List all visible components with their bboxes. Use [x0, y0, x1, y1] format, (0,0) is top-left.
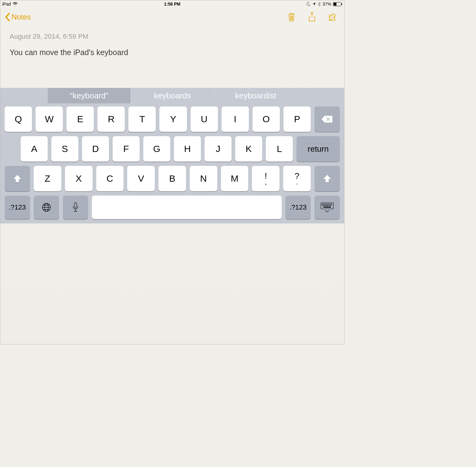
shift-icon — [322, 174, 332, 183]
globe-icon — [41, 202, 51, 212]
key-z[interactable]: Z — [34, 166, 61, 191]
note-content[interactable]: August 29, 2014, 6:59 PM You can move th… — [0, 26, 344, 63]
trash-button[interactable] — [287, 12, 296, 22]
svg-rect-11 — [328, 204, 329, 205]
keyboard: Q W E R T Y U I O P A S D F — [0, 103, 344, 223]
svg-rect-10 — [327, 204, 327, 205]
key-globe[interactable] — [34, 196, 59, 219]
backspace-icon — [321, 115, 333, 123]
key-w[interactable]: W — [36, 106, 63, 132]
key-r[interactable]: R — [97, 106, 125, 132]
battery-percent: 37% — [322, 2, 331, 6]
suggestion-pad-right — [297, 88, 344, 103]
keyboard-row-4: .?123 .?123 — [5, 196, 340, 219]
key-e[interactable]: E — [67, 106, 94, 132]
location-icon — [312, 2, 316, 6]
key-shift-left[interactable] — [5, 166, 30, 191]
status-bar: iPad 1:58 PM 37% — [0, 0, 344, 8]
key-numbers-left[interactable]: .?123 — [5, 196, 30, 219]
shift-icon — [13, 174, 22, 183]
key-a[interactable]: A — [21, 136, 48, 162]
status-left: iPad — [2, 2, 18, 6]
key-c[interactable]: C — [96, 166, 124, 191]
key-d[interactable]: D — [82, 136, 109, 162]
suggestion-2[interactable]: keyboards — [131, 88, 214, 103]
svg-rect-17 — [327, 205, 328, 206]
key-y[interactable]: Y — [159, 106, 187, 132]
svg-rect-1 — [334, 3, 336, 6]
key-i[interactable]: I — [222, 106, 249, 132]
wifi-icon — [13, 2, 18, 6]
keyboard-row-1: Q W E R T Y U I O P — [5, 106, 340, 132]
svg-rect-13 — [331, 204, 332, 205]
key-question-period[interactable]: ?. — [283, 166, 311, 191]
svg-rect-19 — [330, 205, 331, 206]
keyboard-row-3: Z X C V B N M !, ?. — [5, 166, 340, 191]
key-b[interactable]: B — [158, 166, 186, 191]
suggestion-bar: “keyboard” keyboards keyboardist — [0, 88, 344, 103]
key-x[interactable]: X — [65, 166, 93, 191]
microphone-icon — [72, 202, 79, 213]
svg-rect-20 — [323, 207, 331, 208]
suggestion-1[interactable]: “keyboard” — [47, 88, 131, 103]
svg-rect-8 — [323, 204, 324, 205]
keyboard-container: “keyboard” keyboards keyboardist Q W E R… — [0, 88, 344, 223]
key-q[interactable]: Q — [5, 106, 32, 132]
battery-icon — [333, 2, 342, 6]
compose-button[interactable] — [328, 12, 337, 22]
svg-rect-15 — [324, 205, 325, 206]
do-not-disturb-icon — [306, 2, 310, 6]
key-h[interactable]: H — [174, 136, 201, 162]
key-n[interactable]: N — [190, 166, 217, 191]
key-p[interactable]: P — [283, 106, 311, 132]
key-l[interactable]: L — [266, 136, 293, 162]
note-timestamp: August 29, 2014, 6:59 PM — [10, 32, 335, 41]
status-right: 37% — [306, 2, 342, 6]
key-dictation[interactable] — [63, 196, 88, 219]
key-g[interactable]: G — [143, 136, 170, 162]
key-u[interactable]: U — [191, 106, 218, 132]
bluetooth-icon — [318, 2, 321, 6]
key-backspace[interactable] — [314, 106, 340, 132]
suggestion-3[interactable]: keyboardist — [214, 88, 297, 103]
key-k[interactable]: K — [235, 136, 262, 162]
svg-rect-18 — [329, 205, 330, 206]
device-label: iPad — [2, 2, 11, 6]
key-shift-right[interactable] — [314, 166, 340, 191]
key-numbers-right[interactable]: .?123 — [285, 196, 311, 219]
chevron-left-icon — [5, 12, 10, 22]
back-button[interactable]: Notes — [5, 12, 31, 22]
svg-rect-9 — [325, 204, 326, 205]
back-label: Notes — [11, 13, 31, 21]
hide-keyboard-icon — [320, 202, 334, 213]
svg-rect-5 — [74, 203, 77, 208]
svg-rect-12 — [330, 204, 331, 205]
key-j[interactable]: J — [205, 136, 232, 162]
key-hide-keyboard[interactable] — [314, 196, 340, 219]
svg-rect-7 — [322, 204, 323, 205]
key-v[interactable]: V — [127, 166, 155, 191]
key-space[interactable] — [92, 196, 282, 219]
svg-rect-2 — [342, 3, 342, 5]
keyboard-row-2: A S D F G H J K L return — [5, 136, 340, 162]
suggestion-pad-left — [0, 88, 47, 103]
svg-rect-14 — [322, 205, 323, 206]
nav-bar: Notes — [0, 8, 344, 26]
nav-actions — [287, 12, 337, 22]
svg-rect-16 — [326, 205, 327, 206]
note-body-text[interactable]: You can move the iPad's keyboard — [10, 48, 335, 57]
key-f[interactable]: F — [113, 136, 140, 162]
status-time: 1:58 PM — [164, 2, 180, 6]
key-t[interactable]: T — [128, 106, 156, 132]
key-m[interactable]: M — [221, 166, 249, 191]
share-button[interactable] — [308, 12, 316, 22]
key-exclaim-comma[interactable]: !, — [252, 166, 279, 191]
key-o[interactable]: O — [253, 106, 280, 132]
key-s[interactable]: S — [51, 136, 78, 162]
key-return[interactable]: return — [296, 136, 340, 162]
